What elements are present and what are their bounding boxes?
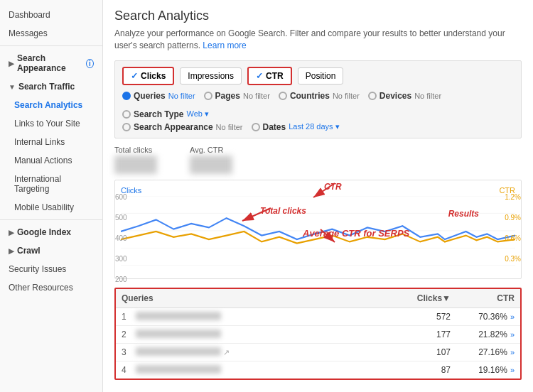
sidebar-item-search-analytics[interactable]: Search Analytics [0,96,102,114]
clicks-button[interactable]: ✓ Clicks [122,67,174,85]
avg-ctr-label: Avg. CTR [190,146,254,154]
total-clicks-annotation: Total clicks [260,205,306,216]
sidebar-item-intl-targeting[interactable]: International Targeting [0,170,102,198]
row-clicks-2: 177 [387,330,451,339]
chart-container: Clicks CTR 600 500 400 300 [114,180,522,279]
dim-search-type[interactable]: Search Type Web ▾ [122,109,209,119]
filter-bar: ✓ Clicks Impressions ✓ CTR Position Quer… [114,60,522,138]
page-title: Search Analytics [114,9,522,23]
row-clicks-4: 87 [387,365,451,375]
total-clicks-stat: Total clicks [114,146,178,174]
sidebar-item-crawl[interactable]: ▶ Crawl [0,241,102,260]
y-axis-right: 1.2% 0.9% 0.6% 0.3% [505,193,521,263]
sidebar-item-dashboard[interactable]: Dashboard [0,6,102,24]
y-axis-left: 600 500 400 300 200 [115,193,127,283]
arrow-icon-index: ▶ [9,229,14,236]
table-header: Queries Clicks▼ CTR [116,289,520,308]
avg-ctr-stat: Avg. CTR [190,146,254,174]
main-content: Search Analytics Analyze your performanc… [103,0,533,392]
sidebar-item-mobile-usability[interactable]: Mobile Usability [0,198,102,217]
avg-ctr-value [190,156,254,174]
ctr-button[interactable]: ✓ CTR [247,67,292,85]
row-ctr-1: 70.36% » [451,312,515,322]
radio-search-appearance [122,123,131,131]
radio-dates [252,123,260,131]
table-row: 2 177 21.82% » [116,326,520,344]
sidebar-item-internal-links[interactable]: Internal Links [0,133,102,151]
col-header-ctr[interactable]: CTR [451,293,515,303]
radio-devices [368,92,377,100]
sidebar-item-messages[interactable]: Messages [0,24,102,43]
total-clicks-label: Total clicks [114,146,178,154]
sidebar-item-search-traffic[interactable]: ▼ Search Traffic [0,77,102,96]
sidebar-item-search-appearance[interactable]: ▶ Search Appearance i [0,49,102,77]
arrow-icon-crawl: ▶ [9,247,14,255]
table-row: 1 572 70.36% » [116,308,520,326]
ctr-annotation: CTR [324,181,342,192]
chevron-icon[interactable]: » [510,348,515,356]
dim-search-appearance[interactable]: Search Appearance No filter [122,122,243,132]
learn-more-link[interactable]: Learn more [203,40,246,50]
dimension-row-1: Queries No filter Pages No filter Countr… [122,91,514,119]
row-ctr-4: 19.16% » [451,365,515,375]
sidebar-item-security[interactable]: Security Issues [0,260,102,278]
dim-countries[interactable]: Countries No filter [279,91,360,101]
radio-countries [279,92,287,100]
info-icon: i [86,59,94,68]
stats-row: Total clicks Avg. CTR [114,146,522,174]
arrow-icon: ▶ [9,60,14,67]
col-header-clicks[interactable]: Clicks▼ [387,293,451,303]
chevron-icon[interactable]: » [510,366,515,374]
chevron-icon[interactable]: » [510,312,515,321]
position-button[interactable]: Position [298,67,344,85]
col-header-queries: Queries [122,293,387,303]
radio-pages [204,92,212,100]
row-clicks-1: 572 [387,312,451,322]
radio-queries [122,92,131,100]
external-link-icon: ↗ [223,348,230,356]
results-annotation: Results [448,208,479,219]
row-clicks-3: 107 [387,347,451,357]
row-ctr-3: 27.16% » [451,347,515,357]
sidebar: Dashboard Messages ▶ Search Appearance i… [0,0,103,392]
check-icon-ctr: ✓ [256,71,263,81]
radio-search-type [122,110,131,119]
check-icon: ✓ [131,71,138,81]
sidebar-item-google-index[interactable]: ▶ Google Index [0,223,102,241]
sidebar-item-links[interactable]: Links to Your Site [0,114,102,133]
dim-devices[interactable]: Devices No filter [368,91,441,101]
avg-ctr-annotation: Average CTR for SERPS [303,228,409,239]
metric-buttons-row: ✓ Clicks Impressions ✓ CTR Position [122,67,514,85]
page-description: Analyze your performance on Google Searc… [114,28,522,52]
dim-dates[interactable]: Dates Last 28 days ▾ [252,122,340,132]
table-row: 4 87 19.16% » [116,361,520,379]
dim-queries[interactable]: Queries No filter [122,91,195,101]
chevron-icon[interactable]: » [510,330,515,339]
arrow-icon-traffic: ▼ [9,83,16,91]
results-table: Queries Clicks▼ CTR 1 572 70.36% » 2 177… [114,288,522,380]
sidebar-item-other[interactable]: Other Resources [0,278,102,297]
sidebar-item-manual-actions[interactable]: Manual Actions [0,151,102,170]
total-clicks-value [114,156,178,174]
dimension-row-2: Search Appearance No filter Dates Last 2… [122,122,514,132]
row-ctr-2: 21.82% » [451,330,515,339]
impressions-button[interactable]: Impressions [180,67,242,85]
chart-legend: Clicks CTR [121,186,515,195]
table-row: 3 ↗ 107 27.16% » [116,344,520,361]
dim-pages[interactable]: Pages No filter [204,91,270,101]
